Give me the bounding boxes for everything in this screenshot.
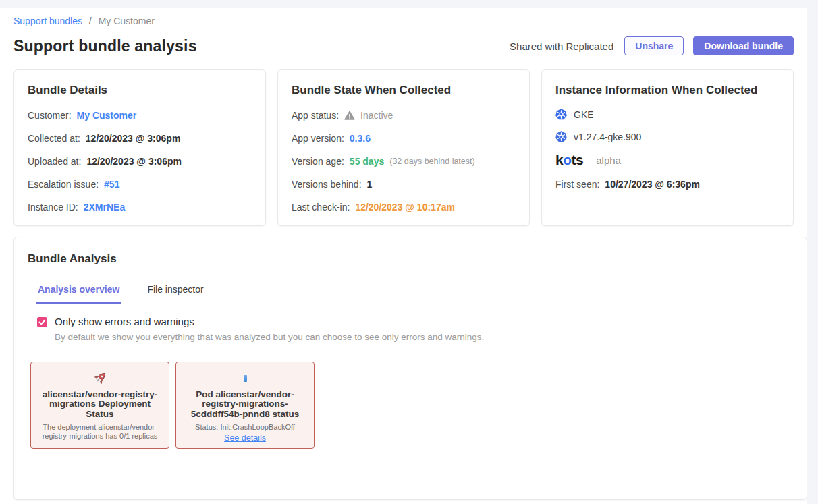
app-status-row: App status: Inactive [292, 109, 516, 122]
tab-analysis-overview[interactable]: Analysis overview [38, 284, 119, 304]
bundle-analysis-card: Bundle Analysis Analysis overview File i… [13, 237, 807, 500]
app-version-label: App version: [292, 132, 344, 145]
kots-row: kots alpha [555, 152, 780, 168]
filter-block: Only show errors and warnings By default… [28, 316, 793, 342]
app-status-label: App status: [292, 109, 339, 122]
instance-id-label: Instance ID: [28, 200, 78, 214]
breadcrumb: Support bundles / My Customer [13, 14, 794, 28]
escalation-issue-label: Escalation issue: [28, 177, 99, 191]
kots-logo: kots [555, 152, 583, 168]
first-seen-row: First seen: 10/27/2023 @ 6:36pm [555, 177, 780, 191]
bundle-details-card: Bundle Details Customer: My Customer Col… [13, 69, 266, 226]
issue-message: The deployment alicenstar/vendor-registr… [36, 423, 163, 440]
see-details-link[interactable]: See details [224, 433, 266, 443]
collected-at-value: 12/20/2023 @ 3:06pm [86, 132, 181, 145]
kots-channel: alpha [596, 155, 621, 166]
kubernetes-version-row: v1.27.4-gke.900 [555, 131, 780, 142]
last-checkin-value: 12/20/2023 @ 10:17am [355, 200, 455, 214]
unshare-button[interactable]: Unshare [624, 36, 684, 55]
instance-id-row: Instance ID: 2XMrNEa [28, 200, 252, 214]
customer-label: Customer: [28, 109, 72, 122]
download-bundle-button[interactable]: Download bundle [693, 36, 794, 55]
issue-title: Pod alicenstar/vendor-registry-migration… [184, 390, 306, 419]
issue-title: alicenstar/vendor-registry-migrations De… [39, 390, 161, 419]
version-age-note: (32 days behind latest) [389, 155, 474, 168]
customer-link[interactable]: My Customer [77, 109, 137, 122]
versions-behind-label: Versions behind: [292, 177, 362, 191]
kots-logo-k: k [555, 152, 563, 167]
collected-at-row: Collected at: 12/20/2023 @ 3:06pm [28, 132, 252, 145]
filter-description: By default we show you everything that w… [55, 332, 484, 342]
kots-logo-o: o [563, 152, 571, 167]
instance-info-card: Instance Information When Collected GKE … [541, 69, 794, 226]
first-seen-label: First seen: [555, 177, 599, 191]
analysis-tabs: Analysis overview File inspector [28, 284, 793, 304]
bundle-state-title: Bundle State When Collected [292, 84, 516, 97]
versions-behind-row: Versions behind: 1 [292, 177, 516, 191]
content-panel: Support bundles / My Customer Support bu… [0, 8, 807, 504]
version-age-label: Version age: [292, 155, 344, 168]
uploaded-at-value: 12/20/2023 @ 3:06pm [86, 155, 182, 168]
bundle-analysis-title: Bundle Analysis [28, 252, 793, 266]
tab-file-inspector[interactable]: File inspector [147, 284, 203, 304]
version-age-value: 55 days [350, 155, 384, 168]
issue-card-pod-status[interactable]: Pod alicenstar/vendor-registry-migration… [175, 362, 315, 449]
escalation-issue-row: Escalation issue: #51 [28, 177, 252, 191]
distribution-row: GKE [555, 109, 780, 120]
uploaded-at-label: Uploaded at: [28, 155, 81, 168]
header-actions: Shared with Replicated Unshare Download … [510, 36, 794, 55]
last-checkin-label: Last check-in: [292, 200, 350, 214]
escalation-issue-link[interactable]: #51 [104, 177, 119, 191]
bundle-state-card: Bundle State When Collected App status: … [277, 69, 530, 226]
collected-at-label: Collected at: [28, 132, 80, 145]
bundle-details-title: Bundle Details [28, 84, 252, 97]
page-title: Support bundle analysis [13, 37, 197, 55]
shared-status-text: Shared with Replicated [510, 40, 614, 52]
instance-info-title: Instance Information When Collected [555, 84, 780, 97]
kubernetes-icon [555, 109, 567, 120]
rocket-icon [92, 370, 108, 387]
info-cards-row: Bundle Details Customer: My Customer Col… [13, 69, 794, 226]
kubernetes-version-value: v1.27.4-gke.900 [574, 132, 641, 142]
breadcrumb-separator: / [89, 16, 92, 26]
filter-label[interactable]: Only show errors and warnings [55, 316, 484, 327]
uploaded-at-row: Uploaded at: 12/20/2023 @ 3:06pm [28, 155, 252, 168]
first-seen-value: 10/27/2023 @ 6:36pm [605, 177, 700, 191]
pod-icon [244, 370, 247, 387]
breadcrumb-link-support-bundles[interactable]: Support bundles [13, 16, 82, 26]
issues-row: alicenstar/vendor-registry-migrations De… [28, 362, 793, 449]
kots-logo-ts: ts [572, 152, 584, 167]
filter-texts: Only show errors and warnings By default… [55, 316, 484, 342]
last-checkin-row: Last check-in: 12/20/2023 @ 10:17am [292, 200, 516, 214]
instance-id-link[interactable]: 2XMrNEa [84, 200, 125, 214]
app-version-link[interactable]: 0.3.6 [350, 132, 371, 145]
warning-icon [344, 111, 355, 120]
issue-card-deployment-status[interactable]: alicenstar/vendor-registry-migrations De… [30, 362, 169, 449]
errors-warnings-checkbox[interactable] [37, 317, 47, 327]
kubernetes-icon [555, 131, 567, 142]
distribution-value: GKE [574, 109, 594, 120]
app-status-value: Inactive [360, 109, 393, 122]
page-header: Support bundle analysis Shared with Repl… [13, 36, 794, 55]
app-version-row: App version: 0.3.6 [292, 132, 516, 145]
customer-row: Customer: My Customer [28, 109, 252, 122]
version-age-row: Version age: 55 days (32 days behind lat… [292, 155, 516, 168]
breadcrumb-current: My Customer [99, 16, 155, 26]
issue-message: Status: Init:CrashLoopBackOff [195, 423, 295, 432]
versions-behind-value: 1 [367, 177, 373, 191]
